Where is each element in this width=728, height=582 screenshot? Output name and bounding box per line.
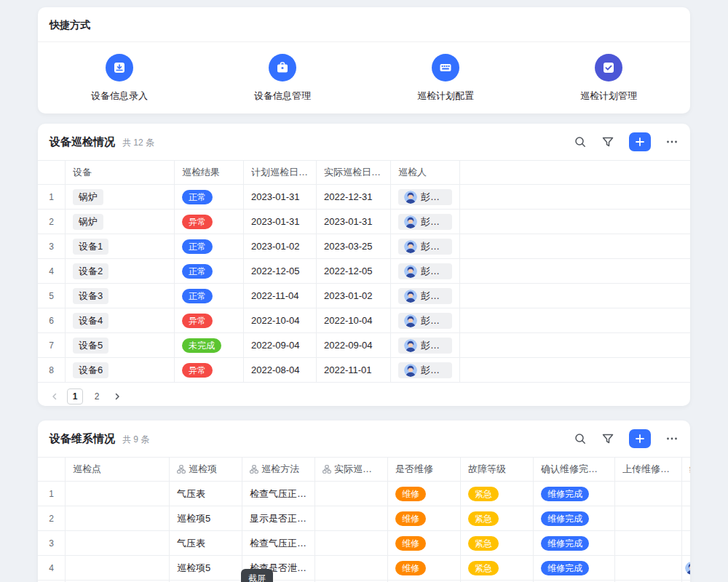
- method-cell[interactable]: 检查气压正…: [242, 482, 315, 506]
- fault-level-cell[interactable]: 紧急: [461, 556, 534, 580]
- column-header[interactable]: 巡检人: [391, 161, 460, 184]
- repair-cell[interactable]: 维修: [388, 482, 461, 506]
- device-cell[interactable]: 设备2: [66, 259, 175, 283]
- shortcut-item-1[interactable]: 设备信息录入: [38, 54, 201, 103]
- repair-cell[interactable]: 维修: [388, 506, 461, 530]
- person-cell[interactable]: 彭梨梨: [391, 210, 460, 234]
- repair-cell[interactable]: 维修: [388, 531, 461, 555]
- shortcut-item-4[interactable]: 巡检计划管理: [527, 54, 690, 103]
- actual-cell[interactable]: [315, 506, 388, 530]
- shortcut-item-3[interactable]: 巡检计划配置: [364, 54, 527, 103]
- repair-cell[interactable]: 维修: [388, 556, 461, 580]
- device-cell[interactable]: 设备1: [66, 234, 175, 258]
- actual-date-cell[interactable]: 2022-09-04: [317, 333, 391, 357]
- maintainer-cell[interactable]: [682, 531, 690, 555]
- shortcut-item-2[interactable]: 设备信息管理: [201, 54, 364, 103]
- upload-cell[interactable]: [615, 556, 682, 580]
- item-cell[interactable]: 巡检项5: [170, 506, 242, 530]
- prev-page-icon[interactable]: [48, 391, 61, 402]
- plan-date-cell[interactable]: 2022-08-04: [244, 358, 317, 382]
- result-cell[interactable]: 正常: [175, 259, 244, 283]
- actual-date-cell[interactable]: 2023-01-02: [317, 284, 391, 308]
- point-cell[interactable]: [66, 531, 170, 555]
- plan-date-cell[interactable]: 2022-12-05: [244, 259, 317, 283]
- point-cell[interactable]: [66, 506, 170, 530]
- device-cell[interactable]: 设备4: [66, 308, 175, 332]
- plan-date-cell[interactable]: 2022-09-04: [244, 333, 317, 357]
- point-cell[interactable]: [66, 556, 170, 580]
- method-cell[interactable]: 检查气压正…: [242, 531, 315, 555]
- maintainer-cell[interactable]: [682, 506, 690, 530]
- person-cell[interactable]: 彭梨梨: [391, 259, 460, 283]
- filter-icon[interactable]: [601, 432, 614, 445]
- actual-cell[interactable]: [315, 531, 388, 555]
- plan-date-cell[interactable]: 2023-01-31: [244, 185, 317, 209]
- row-number[interactable]: 1: [38, 482, 66, 506]
- fault-level-cell[interactable]: 紧急: [461, 482, 534, 506]
- column-header[interactable]: 是否维修: [388, 458, 461, 481]
- maintainer-cell[interactable]: [682, 482, 690, 506]
- row-number[interactable]: 5: [38, 284, 66, 308]
- item-cell[interactable]: 气压表: [170, 482, 242, 506]
- device-cell[interactable]: 设备3: [66, 284, 175, 308]
- item-cell[interactable]: 巡检项5: [170, 556, 242, 580]
- more-icon[interactable]: [665, 432, 678, 445]
- person-cell[interactable]: 彭梨梨: [391, 234, 460, 258]
- point-cell[interactable]: [66, 482, 170, 506]
- item-cell[interactable]: 气压表: [170, 531, 242, 555]
- plan-date-cell[interactable]: 2023-01-02: [244, 234, 317, 258]
- add-record-button[interactable]: [629, 429, 651, 448]
- actual-date-cell[interactable]: 2023-03-25: [317, 234, 391, 258]
- device-cell[interactable]: 设备6: [66, 358, 175, 382]
- result-cell[interactable]: 正常: [175, 284, 244, 308]
- row-number[interactable]: 8: [38, 358, 66, 382]
- row-number[interactable]: 7: [38, 333, 66, 357]
- plan-date-cell[interactable]: 2022-10-04: [244, 308, 317, 332]
- result-cell[interactable]: 异常: [175, 358, 244, 382]
- column-header[interactable]: 上传维修结…: [615, 458, 682, 481]
- device-cell[interactable]: 设备5: [66, 333, 175, 357]
- plan-date-cell[interactable]: 2022-11-04: [244, 284, 317, 308]
- row-number[interactable]: 4: [38, 259, 66, 283]
- person-cell[interactable]: 彭梨梨: [391, 308, 460, 332]
- confirm-cell[interactable]: 维修完成: [534, 482, 615, 506]
- result-cell[interactable]: 未完成: [175, 333, 244, 357]
- search-icon[interactable]: [574, 135, 587, 148]
- plan-date-cell[interactable]: 2023-01-31: [244, 210, 317, 234]
- page-button-1[interactable]: 1: [67, 388, 83, 404]
- result-cell[interactable]: 异常: [175, 308, 244, 332]
- person-cell[interactable]: 彭梨梨: [391, 185, 460, 209]
- fault-level-cell[interactable]: 紧急: [461, 506, 534, 530]
- row-number[interactable]: 4: [38, 556, 66, 580]
- row-number[interactable]: 6: [38, 308, 66, 332]
- device-cell[interactable]: 锅炉: [66, 210, 175, 234]
- more-icon[interactable]: [665, 135, 678, 148]
- row-number[interactable]: 2: [38, 210, 66, 234]
- result-cell[interactable]: 正常: [175, 234, 244, 258]
- row-number[interactable]: 3: [38, 531, 66, 555]
- column-header[interactable]: 巡检项: [170, 458, 242, 481]
- add-record-button[interactable]: [629, 132, 651, 151]
- column-header[interactable]: 巡检结果: [175, 161, 244, 184]
- actual-date-cell[interactable]: 2022-10-04: [317, 308, 391, 332]
- column-header[interactable]: 实际巡检日…: [317, 161, 391, 184]
- column-header[interactable]: 维…: [682, 458, 690, 481]
- actual-date-cell[interactable]: 2022-12-31: [317, 185, 391, 209]
- person-cell[interactable]: 彭梨梨: [391, 333, 460, 357]
- column-header[interactable]: 设备: [66, 161, 175, 184]
- person-cell[interactable]: 彭梨梨: [391, 358, 460, 382]
- upload-cell[interactable]: [615, 482, 682, 506]
- actual-date-cell[interactable]: 2022-12-05: [317, 259, 391, 283]
- column-header[interactable]: 巡检点: [66, 458, 170, 481]
- result-cell[interactable]: 异常: [175, 210, 244, 234]
- result-cell[interactable]: 正常: [175, 185, 244, 209]
- row-number[interactable]: 1: [38, 185, 66, 209]
- search-icon[interactable]: [574, 432, 587, 445]
- column-header[interactable]: 确认维修完…: [534, 458, 615, 481]
- device-cell[interactable]: 锅炉: [66, 185, 175, 209]
- upload-cell[interactable]: [615, 506, 682, 530]
- column-header[interactable]: 巡检方法: [242, 458, 315, 481]
- filter-icon[interactable]: [601, 135, 614, 148]
- actual-date-cell[interactable]: 2022-11-01: [317, 358, 391, 382]
- confirm-cell[interactable]: 维修完成: [534, 556, 615, 580]
